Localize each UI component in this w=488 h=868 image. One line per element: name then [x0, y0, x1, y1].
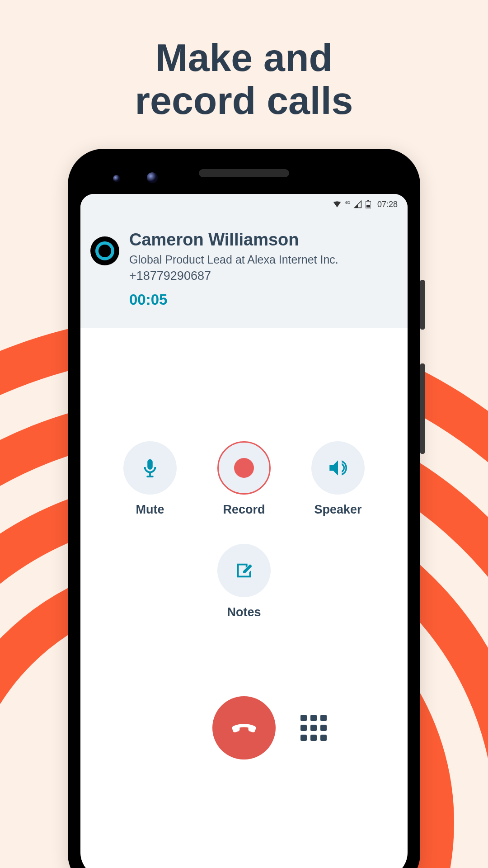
- svg-rect-5: [366, 205, 370, 208]
- contact-phone: +18779290687: [129, 269, 338, 283]
- phone-camera-icon: [147, 172, 158, 183]
- hero-title: Make and record calls: [0, 0, 488, 149]
- avatar: [90, 236, 119, 265]
- svg-rect-7: [149, 473, 151, 476]
- contact-panel: Cameron Williamson Global Product Lead a…: [80, 215, 408, 328]
- hangup-button[interactable]: [212, 696, 276, 760]
- status-time: 07:28: [377, 200, 398, 209]
- signal-icon: [354, 200, 362, 208]
- hero-title-line2: record calls: [135, 79, 353, 122]
- edit-note-icon: [217, 544, 271, 597]
- hero-title-line1: Make and: [155, 36, 333, 79]
- phone-frame: 4G 07:28 Cameron Williamson Global Produ…: [68, 149, 420, 868]
- svg-rect-8: [146, 476, 153, 477]
- record-button[interactable]: Record: [217, 441, 271, 517]
- phone-camera-icon: [113, 175, 120, 182]
- status-bar: 4G 07:28: [80, 194, 408, 215]
- contact-name: Cameron Williamson: [129, 230, 338, 250]
- speaker-icon: [311, 441, 365, 495]
- mute-button[interactable]: Mute: [123, 441, 177, 517]
- phone-power-button: [420, 280, 425, 330]
- phone-volume-button: [420, 363, 425, 454]
- notes-button[interactable]: Notes: [217, 544, 271, 619]
- phone-earpiece: [199, 169, 289, 177]
- contact-subtitle: Global Product Lead at Alexa Internet In…: [129, 253, 338, 266]
- notes-label: Notes: [227, 605, 261, 619]
- mute-label: Mute: [136, 503, 164, 517]
- call-duration: 00:05: [129, 291, 338, 308]
- speaker-button[interactable]: Speaker: [311, 441, 365, 517]
- dialpad-button[interactable]: [300, 715, 327, 741]
- speaker-label: Speaker: [314, 503, 361, 517]
- network-label: 4G: [345, 201, 350, 205]
- record-label: Record: [223, 503, 265, 517]
- svg-rect-6: [367, 200, 369, 201]
- battery-icon: [366, 200, 371, 208]
- phone-screen: 4G 07:28 Cameron Williamson Global Produ…: [80, 194, 408, 868]
- record-icon: [217, 441, 271, 495]
- wifi-icon: [333, 200, 341, 208]
- microphone-icon: [123, 441, 177, 495]
- phone-hangup-icon: [228, 712, 260, 744]
